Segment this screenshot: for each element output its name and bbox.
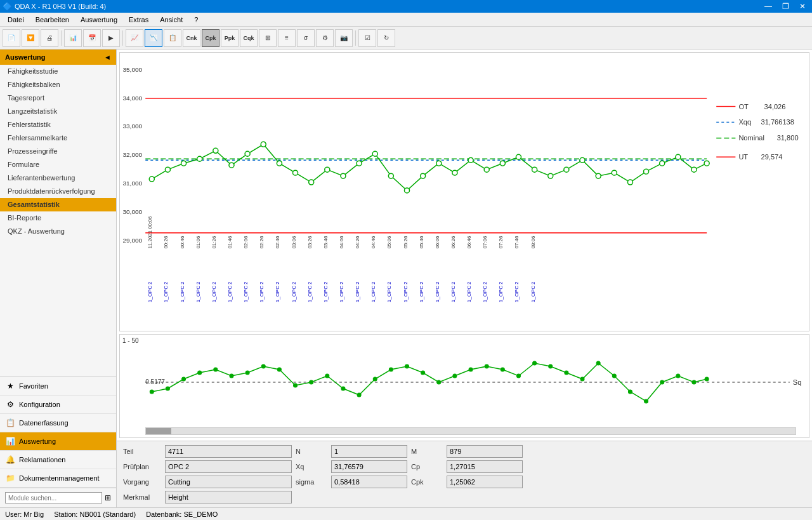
merkmal-input[interactable] bbox=[165, 491, 292, 503]
tb-new[interactable]: 📄 bbox=[3, 29, 20, 47]
tb-settings[interactable]: ⚙ bbox=[316, 29, 334, 47]
tb-sep1 bbox=[61, 30, 62, 46]
sidebar-bottom-favoriten[interactable]: ★ Favoriten bbox=[0, 377, 116, 396]
data-line-upper bbox=[152, 144, 707, 190]
sidebar-item-formulare[interactable]: Formulare bbox=[0, 158, 116, 171]
tb-play[interactable]: ▶ bbox=[102, 29, 120, 47]
svg-point-42 bbox=[704, 161, 709, 166]
menu-datei[interactable]: Datei bbox=[3, 13, 29, 26]
app-close-btn[interactable]: ✕ bbox=[796, 2, 809, 11]
sidebar-item-qkz[interactable]: QKZ - Auswertung bbox=[0, 225, 116, 238]
n-input[interactable] bbox=[331, 445, 407, 458]
menu-ansicht[interactable]: Ansicht bbox=[155, 13, 188, 26]
app-restore-btn[interactable]: ❐ bbox=[778, 2, 793, 11]
svg-text:1_OPC 2: 1_OPC 2 bbox=[163, 281, 169, 302]
tb-check[interactable]: ☑ bbox=[358, 29, 376, 47]
sidebar-item-fehlersammelkarte[interactable]: Fehlersammelkarte bbox=[0, 131, 116, 145]
svg-text:1_OPC 2: 1_OPC 2 bbox=[339, 281, 344, 302]
svg-text:03:26: 03:26 bbox=[307, 236, 313, 248]
teil-input[interactable] bbox=[165, 445, 292, 458]
sidebar-item-prozesseingriffe[interactable]: Prozesseingriffe bbox=[0, 145, 116, 158]
sidebar-item-faehigkeitsstudie[interactable]: Fähigkeitsstudie bbox=[0, 65, 116, 78]
module-search-icon[interactable]: ⊞ bbox=[105, 493, 111, 502]
svg-point-130 bbox=[516, 374, 520, 378]
svg-point-33 bbox=[564, 167, 569, 172]
svg-point-133 bbox=[565, 371, 568, 375]
svg-text:30,000: 30,000 bbox=[122, 208, 142, 215]
tb-chart2[interactable]: 📉 bbox=[145, 29, 162, 47]
tb-cpk-active[interactable]: Cpk bbox=[202, 29, 219, 47]
sidebar-bottom-reklamationen[interactable]: 🔔 Reklamationen bbox=[0, 451, 116, 469]
pruefplan-input[interactable] bbox=[165, 460, 292, 473]
sidebar-item-produktdaten[interactable]: Produktdatenrückverfolgung bbox=[0, 185, 116, 198]
titlebar-controls[interactable]: — ❐ ✕ bbox=[761, 2, 809, 11]
app-minimize-btn[interactable]: — bbox=[761, 2, 776, 11]
svg-point-28 bbox=[484, 167, 489, 172]
tb-data1[interactable]: 📊 bbox=[64, 29, 82, 47]
sidebar-item-lieferantenbewertung[interactable]: Lieferantenbewertung bbox=[0, 171, 116, 185]
svg-point-118 bbox=[325, 374, 329, 378]
svg-point-113 bbox=[246, 371, 249, 375]
menu-bearbeiten[interactable]: Bearbeiten bbox=[30, 13, 74, 26]
menu-extras[interactable]: Extras bbox=[124, 13, 154, 26]
tb-camera[interactable]: 📷 bbox=[335, 29, 353, 47]
tb-cqk[interactable]: Cqk bbox=[240, 29, 258, 47]
sidebar-bottom-dokumente[interactable]: 📁 Dokumentenmanagement bbox=[0, 469, 116, 488]
tb-cnk[interactable]: Cnk bbox=[183, 29, 200, 47]
sidebar-item-faehigkeitsbalken[interactable]: Fähigkeitsbalken bbox=[0, 78, 116, 91]
cpk-input[interactable] bbox=[447, 476, 523, 488]
m-input[interactable] bbox=[447, 445, 523, 458]
svg-text:31,000: 31,000 bbox=[122, 180, 142, 187]
sidebar-item-bi-reporte[interactable]: BI-Reporte bbox=[0, 211, 116, 225]
cpk-label: Cpk bbox=[411, 478, 443, 486]
tb-matrix[interactable]: ⊞ bbox=[259, 29, 277, 47]
sidebar-bottom-auswertung[interactable]: 📊 Auswertung bbox=[0, 432, 116, 451]
svg-text:07:06: 07:06 bbox=[482, 236, 488, 248]
svg-text:1_OPC 2: 1_OPC 2 bbox=[450, 281, 456, 302]
folder-icon: 📁 bbox=[5, 473, 15, 483]
cp-input[interactable] bbox=[447, 460, 523, 473]
x-axis-opc: 1_OPC 2 1_OPC 2 1_OPC 2 1_OPC 2 1_OPC 2 … bbox=[147, 281, 535, 302]
tb-chart1[interactable]: 📈 bbox=[126, 29, 143, 47]
info-panel: Teil N M Prüfplan Xq Cp Vorgang sigma Cp… bbox=[117, 441, 812, 507]
tb-chart3[interactable]: 📋 bbox=[164, 29, 181, 47]
status-datenbank: Datenbank: SE_DEMO bbox=[146, 510, 218, 518]
tb-table[interactable]: ≡ bbox=[278, 29, 296, 47]
pruefplan-label: Prüfplan bbox=[123, 463, 161, 470]
sidebar-item-langzeitstatistik[interactable]: Langzeitstatistik bbox=[0, 105, 116, 118]
sidebar-collapse-btn[interactable]: ◄ bbox=[104, 53, 111, 61]
sidebar-bottom-konfiguration[interactable]: ⚙ Konfiguration bbox=[0, 396, 116, 414]
sidebar-bottom-datenerfassung[interactable]: 📋 Datenerfassung bbox=[0, 414, 116, 432]
tb-sigma[interactable]: σ bbox=[297, 29, 315, 47]
sigma-input[interactable] bbox=[331, 476, 407, 488]
svg-text:04:26: 04:26 bbox=[355, 236, 360, 248]
chart-area: 35,000 34,000 33,000 32,000 31,000 30,00… bbox=[117, 50, 812, 441]
svg-point-142 bbox=[705, 377, 709, 381]
menu-auswertung[interactable]: Auswertung bbox=[75, 13, 122, 26]
svg-point-40 bbox=[676, 154, 681, 159]
svg-text:08:06: 08:06 bbox=[530, 236, 536, 248]
menu-help[interactable]: ? bbox=[189, 13, 203, 26]
tb-ppk[interactable]: Ppk bbox=[221, 29, 239, 47]
svg-text:01:46: 01:46 bbox=[227, 236, 233, 248]
sidebar-item-gesamtstatistik[interactable]: Gesamtstatistik bbox=[0, 198, 116, 211]
titlebar-text: QDA X - R1 0H3 V1 (Build: 4) bbox=[15, 3, 106, 10]
svg-text:1_OPC 2: 1_OPC 2 bbox=[243, 281, 249, 302]
svg-point-125 bbox=[437, 380, 441, 384]
vorgang-input[interactable] bbox=[165, 476, 292, 488]
tb-refresh[interactable]: ↻ bbox=[377, 29, 395, 47]
tb-print[interactable]: 🖨 bbox=[41, 29, 58, 47]
svg-text:03:46: 03:46 bbox=[323, 236, 329, 248]
svg-text:35,000: 35,000 bbox=[122, 66, 142, 73]
tb-filter[interactable]: 🔽 bbox=[22, 29, 39, 47]
chart-scrollbar[interactable] bbox=[145, 427, 796, 435]
tb-data2[interactable]: 📅 bbox=[83, 29, 101, 47]
xq-input[interactable] bbox=[331, 460, 407, 473]
svg-point-107 bbox=[150, 390, 154, 394]
svg-point-127 bbox=[469, 368, 473, 371]
svg-point-108 bbox=[166, 387, 169, 390]
sidebar-item-fehlerstatistik[interactable]: Fehlerstatistik bbox=[0, 118, 116, 131]
module-search-input[interactable] bbox=[5, 492, 102, 503]
n-label: N bbox=[296, 448, 327, 455]
sidebar-item-tagesreport[interactable]: Tagesreport bbox=[0, 91, 116, 105]
